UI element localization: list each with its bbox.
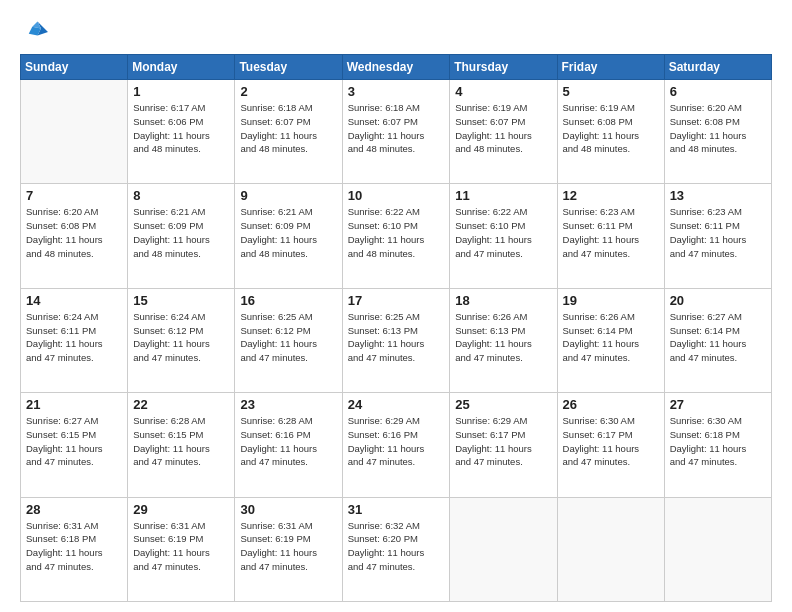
calendar-cell: 31Sunrise: 6:32 AM Sunset: 6:20 PM Dayli… (342, 497, 450, 601)
day-info: Sunrise: 6:30 AM Sunset: 6:18 PM Dayligh… (670, 414, 766, 469)
day-info: Sunrise: 6:20 AM Sunset: 6:08 PM Dayligh… (670, 101, 766, 156)
day-info: Sunrise: 6:31 AM Sunset: 6:19 PM Dayligh… (240, 519, 336, 574)
calendar-cell (21, 80, 128, 184)
calendar-cell: 16Sunrise: 6:25 AM Sunset: 6:12 PM Dayli… (235, 288, 342, 392)
logo-icon (20, 18, 48, 46)
day-info: Sunrise: 6:22 AM Sunset: 6:10 PM Dayligh… (348, 205, 445, 260)
calendar-cell: 17Sunrise: 6:25 AM Sunset: 6:13 PM Dayli… (342, 288, 450, 392)
calendar-cell (664, 497, 771, 601)
day-info: Sunrise: 6:30 AM Sunset: 6:17 PM Dayligh… (563, 414, 659, 469)
calendar-cell: 12Sunrise: 6:23 AM Sunset: 6:11 PM Dayli… (557, 184, 664, 288)
day-info: Sunrise: 6:17 AM Sunset: 6:06 PM Dayligh… (133, 101, 229, 156)
calendar-cell: 29Sunrise: 6:31 AM Sunset: 6:19 PM Dayli… (128, 497, 235, 601)
calendar-cell: 4Sunrise: 6:19 AM Sunset: 6:07 PM Daylig… (450, 80, 557, 184)
day-number: 27 (670, 397, 766, 412)
week-row: 1Sunrise: 6:17 AM Sunset: 6:06 PM Daylig… (21, 80, 772, 184)
day-number: 12 (563, 188, 659, 203)
calendar-cell: 3Sunrise: 6:18 AM Sunset: 6:07 PM Daylig… (342, 80, 450, 184)
day-info: Sunrise: 6:22 AM Sunset: 6:10 PM Dayligh… (455, 205, 551, 260)
calendar-cell: 30Sunrise: 6:31 AM Sunset: 6:19 PM Dayli… (235, 497, 342, 601)
day-number: 24 (348, 397, 445, 412)
page: SundayMondayTuesdayWednesdayThursdayFrid… (0, 0, 792, 612)
day-number: 16 (240, 293, 336, 308)
day-number: 23 (240, 397, 336, 412)
day-info: Sunrise: 6:19 AM Sunset: 6:07 PM Dayligh… (455, 101, 551, 156)
weekday-header: Thursday (450, 55, 557, 80)
day-number: 5 (563, 84, 659, 99)
day-number: 17 (348, 293, 445, 308)
day-info: Sunrise: 6:25 AM Sunset: 6:13 PM Dayligh… (348, 310, 445, 365)
day-number: 4 (455, 84, 551, 99)
day-number: 7 (26, 188, 122, 203)
day-number: 13 (670, 188, 766, 203)
calendar-cell: 27Sunrise: 6:30 AM Sunset: 6:18 PM Dayli… (664, 393, 771, 497)
day-number: 15 (133, 293, 229, 308)
week-row: 21Sunrise: 6:27 AM Sunset: 6:15 PM Dayli… (21, 393, 772, 497)
calendar-header-row: SundayMondayTuesdayWednesdayThursdayFrid… (21, 55, 772, 80)
day-number: 1 (133, 84, 229, 99)
day-info: Sunrise: 6:27 AM Sunset: 6:15 PM Dayligh… (26, 414, 122, 469)
day-number: 31 (348, 502, 445, 517)
day-number: 9 (240, 188, 336, 203)
weekday-header: Sunday (21, 55, 128, 80)
calendar-cell: 25Sunrise: 6:29 AM Sunset: 6:17 PM Dayli… (450, 393, 557, 497)
calendar-cell (557, 497, 664, 601)
calendar-cell: 9Sunrise: 6:21 AM Sunset: 6:09 PM Daylig… (235, 184, 342, 288)
day-info: Sunrise: 6:21 AM Sunset: 6:09 PM Dayligh… (240, 205, 336, 260)
day-number: 18 (455, 293, 551, 308)
calendar-cell: 18Sunrise: 6:26 AM Sunset: 6:13 PM Dayli… (450, 288, 557, 392)
day-info: Sunrise: 6:28 AM Sunset: 6:15 PM Dayligh… (133, 414, 229, 469)
calendar-cell: 11Sunrise: 6:22 AM Sunset: 6:10 PM Dayli… (450, 184, 557, 288)
day-number: 3 (348, 84, 445, 99)
day-info: Sunrise: 6:18 AM Sunset: 6:07 PM Dayligh… (240, 101, 336, 156)
calendar-cell: 28Sunrise: 6:31 AM Sunset: 6:18 PM Dayli… (21, 497, 128, 601)
weekday-header: Tuesday (235, 55, 342, 80)
day-info: Sunrise: 6:32 AM Sunset: 6:20 PM Dayligh… (348, 519, 445, 574)
calendar-cell: 22Sunrise: 6:28 AM Sunset: 6:15 PM Dayli… (128, 393, 235, 497)
day-info: Sunrise: 6:29 AM Sunset: 6:16 PM Dayligh… (348, 414, 445, 469)
logo (20, 18, 50, 46)
week-row: 7Sunrise: 6:20 AM Sunset: 6:08 PM Daylig… (21, 184, 772, 288)
calendar-cell: 26Sunrise: 6:30 AM Sunset: 6:17 PM Dayli… (557, 393, 664, 497)
day-number: 30 (240, 502, 336, 517)
day-info: Sunrise: 6:23 AM Sunset: 6:11 PM Dayligh… (670, 205, 766, 260)
calendar-cell: 13Sunrise: 6:23 AM Sunset: 6:11 PM Dayli… (664, 184, 771, 288)
day-info: Sunrise: 6:27 AM Sunset: 6:14 PM Dayligh… (670, 310, 766, 365)
calendar-cell: 20Sunrise: 6:27 AM Sunset: 6:14 PM Dayli… (664, 288, 771, 392)
weekday-header: Wednesday (342, 55, 450, 80)
weekday-header: Monday (128, 55, 235, 80)
day-number: 29 (133, 502, 229, 517)
calendar-cell: 7Sunrise: 6:20 AM Sunset: 6:08 PM Daylig… (21, 184, 128, 288)
week-row: 14Sunrise: 6:24 AM Sunset: 6:11 PM Dayli… (21, 288, 772, 392)
day-number: 8 (133, 188, 229, 203)
day-number: 11 (455, 188, 551, 203)
weekday-header: Saturday (664, 55, 771, 80)
calendar-cell: 2Sunrise: 6:18 AM Sunset: 6:07 PM Daylig… (235, 80, 342, 184)
day-number: 6 (670, 84, 766, 99)
calendar-cell: 6Sunrise: 6:20 AM Sunset: 6:08 PM Daylig… (664, 80, 771, 184)
day-info: Sunrise: 6:24 AM Sunset: 6:11 PM Dayligh… (26, 310, 122, 365)
day-info: Sunrise: 6:31 AM Sunset: 6:18 PM Dayligh… (26, 519, 122, 574)
calendar-cell: 1Sunrise: 6:17 AM Sunset: 6:06 PM Daylig… (128, 80, 235, 184)
calendar-cell: 5Sunrise: 6:19 AM Sunset: 6:08 PM Daylig… (557, 80, 664, 184)
day-info: Sunrise: 6:31 AM Sunset: 6:19 PM Dayligh… (133, 519, 229, 574)
calendar-table: SundayMondayTuesdayWednesdayThursdayFrid… (20, 54, 772, 602)
weekday-header: Friday (557, 55, 664, 80)
day-number: 22 (133, 397, 229, 412)
day-info: Sunrise: 6:20 AM Sunset: 6:08 PM Dayligh… (26, 205, 122, 260)
calendar-cell: 21Sunrise: 6:27 AM Sunset: 6:15 PM Dayli… (21, 393, 128, 497)
day-number: 21 (26, 397, 122, 412)
day-number: 19 (563, 293, 659, 308)
day-info: Sunrise: 6:25 AM Sunset: 6:12 PM Dayligh… (240, 310, 336, 365)
day-number: 28 (26, 502, 122, 517)
calendar-cell: 19Sunrise: 6:26 AM Sunset: 6:14 PM Dayli… (557, 288, 664, 392)
calendar-cell: 8Sunrise: 6:21 AM Sunset: 6:09 PM Daylig… (128, 184, 235, 288)
calendar-cell: 23Sunrise: 6:28 AM Sunset: 6:16 PM Dayli… (235, 393, 342, 497)
day-info: Sunrise: 6:23 AM Sunset: 6:11 PM Dayligh… (563, 205, 659, 260)
calendar-cell: 15Sunrise: 6:24 AM Sunset: 6:12 PM Dayli… (128, 288, 235, 392)
day-number: 20 (670, 293, 766, 308)
calendar-cell (450, 497, 557, 601)
day-info: Sunrise: 6:28 AM Sunset: 6:16 PM Dayligh… (240, 414, 336, 469)
day-number: 26 (563, 397, 659, 412)
day-info: Sunrise: 6:19 AM Sunset: 6:08 PM Dayligh… (563, 101, 659, 156)
